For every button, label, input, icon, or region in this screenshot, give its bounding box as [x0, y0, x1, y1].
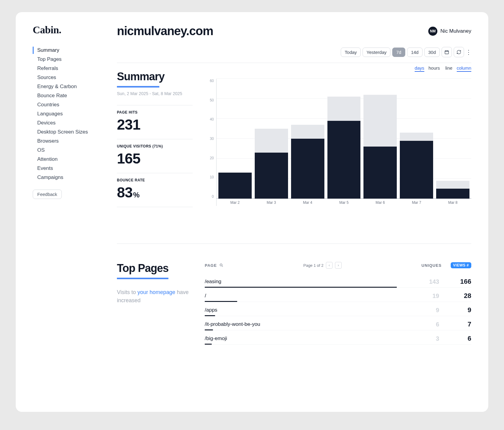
- nav-item-energy-carbon[interactable]: Energy & Carbon: [33, 83, 102, 90]
- pager-text: Page 1 of 2: [303, 263, 323, 268]
- nav-item-bounce-rate[interactable]: Bounce Rate: [33, 92, 102, 99]
- calendar-button[interactable]: [442, 47, 452, 57]
- nav-item-attention[interactable]: Attention: [33, 156, 102, 163]
- range-yesterday[interactable]: Yesterday: [363, 48, 390, 57]
- range-7d[interactable]: 7d: [392, 48, 405, 57]
- metric-suffix: %: [133, 191, 139, 199]
- col-metrics: UNIQUES VIEWS #: [422, 262, 471, 268]
- top-pages-title: Top Pages: [117, 262, 168, 279]
- bar-mar-7[interactable]: [400, 79, 433, 199]
- bar-unique: [218, 173, 252, 199]
- user-menu[interactable]: NM Nic Mulvaney: [428, 27, 471, 36]
- logo: Cabin.: [33, 24, 102, 36]
- y-tick: 30: [210, 137, 214, 141]
- bar-unique: [255, 153, 288, 199]
- row-bar: [205, 344, 212, 345]
- calendar-icon: [444, 50, 449, 55]
- pager-next-button[interactable]: ›: [335, 262, 342, 269]
- row-numbers: 99: [424, 306, 471, 314]
- granularity-hours[interactable]: hours: [429, 65, 440, 72]
- sidebar: Cabin. SummaryTop PagesReferralsSourcesE…: [33, 24, 102, 412]
- metric-label: BOUNCE RATE: [117, 178, 193, 182]
- feedback-button[interactable]: Feedback: [33, 190, 62, 199]
- col-uniques-label[interactable]: UNIQUES: [422, 263, 442, 268]
- bar-mar-2[interactable]: [218, 79, 252, 199]
- summary-title: Summary: [117, 70, 159, 88]
- col-views-badge[interactable]: VIEWS #: [451, 262, 471, 268]
- uniques-value: 9: [424, 307, 439, 314]
- table-row[interactable]: /1928: [205, 288, 471, 302]
- bar-total: [363, 95, 397, 199]
- nav-item-desktop-screen-sizes[interactable]: Desktop Screen Sizes: [33, 128, 102, 136]
- bar-mar-5[interactable]: [327, 79, 361, 199]
- range-pills: TodayYesterday7d14d30d: [341, 48, 440, 57]
- avatar: NM: [428, 27, 437, 36]
- x-label: Mar 6: [363, 199, 397, 206]
- uniques-value: 3: [424, 335, 439, 342]
- user-name: Nic Mulvaney: [440, 28, 471, 34]
- range-30d[interactable]: 30d: [424, 48, 440, 57]
- row-numbers: 67: [424, 320, 471, 328]
- page-path: /it-probably-wont-be-you: [205, 321, 260, 327]
- chart-style-column[interactable]: column: [457, 65, 471, 72]
- plot: Mar 2Mar 3Mar 4Mar 5Mar 6Mar 7Mar 8: [216, 79, 471, 206]
- range-today[interactable]: Today: [341, 48, 361, 57]
- section-divider: [117, 243, 471, 244]
- y-axis: 6050403020100: [205, 79, 214, 206]
- search-icon: [219, 263, 224, 267]
- bar-mar-8[interactable]: [436, 79, 469, 199]
- homepage-link[interactable]: your homepage: [138, 289, 175, 295]
- more-menu-button[interactable]: ⋮: [466, 48, 471, 56]
- table-row[interactable]: /apps99: [205, 302, 471, 316]
- nav-item-browsers[interactable]: Browsers: [33, 137, 102, 145]
- metric-value: 165: [117, 150, 193, 167]
- nav-item-summary[interactable]: Summary: [33, 47, 102, 54]
- nav-item-os[interactable]: OS: [33, 147, 102, 154]
- col-page-label: PAGE: [205, 263, 217, 268]
- page-path: /easing: [205, 279, 221, 285]
- bars-row: [217, 79, 471, 199]
- granularity-days[interactable]: days: [415, 65, 424, 72]
- nav-item-sources[interactable]: Sources: [33, 74, 102, 81]
- row-numbers: 36: [424, 335, 471, 342]
- bar-total: [218, 173, 252, 199]
- nav-item-top-pages[interactable]: Top Pages: [33, 56, 102, 63]
- bar-unique: [363, 147, 397, 199]
- table-row[interactable]: /easing143166: [205, 273, 471, 288]
- nav-item-events[interactable]: Events: [33, 165, 102, 172]
- refresh-button[interactable]: [454, 47, 464, 57]
- top-pages-left: Top Pages Visits to your homepage have i…: [117, 262, 193, 345]
- col-page[interactable]: PAGE: [205, 263, 224, 268]
- y-tick: 10: [210, 175, 214, 179]
- nav-item-referrals[interactable]: Referrals: [33, 65, 102, 72]
- range-14d[interactable]: 14d: [407, 48, 423, 57]
- top-pages-section: Top Pages Visits to your homepage have i…: [117, 262, 471, 345]
- bar-mar-4[interactable]: [291, 79, 324, 199]
- nav-item-devices[interactable]: Devices: [33, 119, 102, 127]
- pager-prev-button[interactable]: ‹: [326, 262, 333, 269]
- metric-page-hits: PAGE HITS 231: [117, 105, 193, 139]
- summary-section: Summary Sun, 2 Mar 2025 - Sat, 8 Mar 202…: [117, 70, 471, 207]
- bar-unique: [400, 141, 433, 199]
- bar-mar-3[interactable]: [255, 79, 288, 199]
- bar-total: [291, 125, 324, 199]
- x-label: Mar 4: [291, 199, 324, 206]
- nav-item-countries[interactable]: Countries: [33, 101, 102, 108]
- table-row[interactable]: /it-probably-wont-be-you67: [205, 316, 471, 330]
- nav-item-campaigns[interactable]: Campaigns: [33, 174, 102, 181]
- granularity-group: dayshours: [415, 65, 440, 72]
- x-axis: Mar 2Mar 3Mar 4Mar 5Mar 6Mar 7Mar 8: [217, 199, 471, 206]
- row-numbers: 143166: [424, 278, 471, 286]
- chart-area: 6050403020100 Mar 2Mar 3Mar 4Mar 5Mar 6M…: [205, 79, 471, 206]
- nav: SummaryTop PagesReferralsSourcesEnergy &…: [33, 47, 102, 181]
- chevron-right-icon: ›: [338, 263, 339, 267]
- table-row[interactable]: /big-emoji36: [205, 330, 471, 345]
- metric-unique-visitors: UNIQUE VISITORS (71%) 165: [117, 139, 193, 173]
- metric-label: UNIQUE VISITORS (71%): [117, 144, 193, 148]
- kebab-icon: ⋮: [466, 48, 472, 56]
- y-tick: 60: [210, 79, 214, 83]
- bar-total: [255, 129, 288, 199]
- bar-mar-6[interactable]: [363, 79, 397, 199]
- chart-style-line[interactable]: line: [445, 65, 452, 72]
- nav-item-languages[interactable]: Languages: [33, 110, 102, 117]
